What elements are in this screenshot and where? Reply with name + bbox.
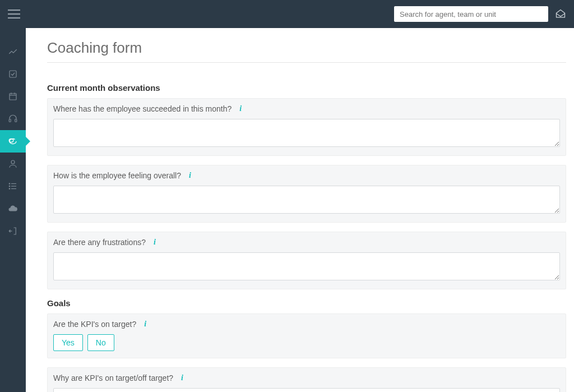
question-label: Are the KPI's on target?	[53, 320, 136, 329]
svg-rect-5	[9, 119, 11, 122]
sidebar-item-headset[interactable]	[0, 108, 26, 130]
question-block: How is the employee feeling overall? i	[47, 165, 566, 223]
question-block: Where has the employee succeeded in this…	[47, 98, 566, 156]
info-icon[interactable]: i	[189, 171, 191, 180]
svg-rect-1	[10, 94, 16, 100]
inbox-icon[interactable]	[555, 8, 566, 20]
svg-point-7	[11, 160, 15, 164]
question-label: Why are KPI's on target/off target?	[53, 373, 173, 382]
svg-rect-6	[15, 119, 17, 122]
info-icon[interactable]: i	[154, 238, 156, 247]
sidebar-item-coaching[interactable]	[0, 130, 26, 153]
question-label: Where has the employee succeeded in this…	[53, 104, 232, 113]
feeling-textarea[interactable]	[53, 186, 560, 214]
search-input[interactable]	[394, 6, 548, 22]
question-block: Why are KPI's on target/off target? i	[47, 367, 566, 392]
sidebar-item-analytics[interactable]	[0, 40, 26, 63]
svg-point-13	[9, 188, 10, 190]
question-label: Are there any frustrations?	[53, 238, 146, 247]
kpi-why-textarea[interactable]	[53, 388, 560, 392]
sidebar-item-logout[interactable]	[0, 220, 26, 242]
sidebar-item-calendar[interactable]	[0, 85, 26, 108]
sidebar-item-tasks[interactable]	[0, 63, 26, 85]
succeeded-textarea[interactable]	[53, 119, 560, 147]
info-icon[interactable]: i	[239, 104, 242, 113]
section-heading-observations: Current month observations	[47, 83, 566, 93]
svg-point-11	[9, 183, 10, 185]
info-icon[interactable]: i	[144, 320, 146, 329]
question-label: How is the employee feeling overall?	[53, 171, 181, 180]
kpi-yes-button[interactable]: Yes	[53, 334, 83, 351]
question-block: Are the KPI's on target? i Yes No	[47, 313, 566, 358]
sidebar-item-cloud[interactable]	[0, 197, 26, 220]
svg-point-12	[9, 186, 10, 187]
sidebar-item-user[interactable]	[0, 153, 26, 175]
svg-rect-0	[10, 71, 16, 77]
question-block: Are there any frustrations? i	[47, 232, 566, 289]
frustrations-textarea[interactable]	[53, 252, 560, 280]
page-title: Coaching form	[47, 39, 566, 63]
main-content: Coaching form Current month observations…	[26, 28, 574, 392]
sidebar	[0, 28, 26, 392]
top-header	[0, 0, 574, 28]
kpi-no-button[interactable]: No	[87, 334, 114, 351]
sidebar-item-list[interactable]	[0, 175, 26, 197]
section-heading-goals: Goals	[47, 298, 566, 308]
hamburger-menu-icon[interactable]	[8, 10, 20, 19]
info-icon[interactable]: i	[181, 373, 183, 382]
